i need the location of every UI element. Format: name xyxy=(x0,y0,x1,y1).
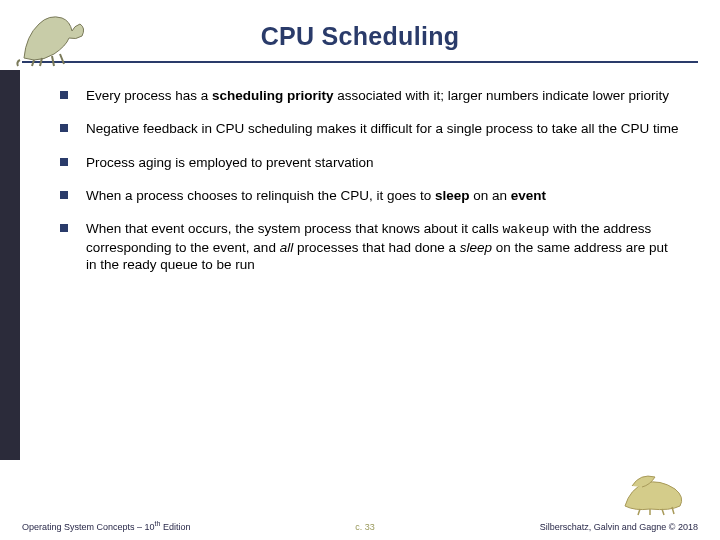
bullet-marker-icon xyxy=(60,158,68,166)
text-fragment: When a process chooses to relinquish the… xyxy=(86,188,435,203)
bullet-text: When that event occurs, the system proce… xyxy=(86,220,680,273)
text-fragment: associated with it; larger numbers indic… xyxy=(334,88,669,103)
slide-footer: Operating System Concepts – 10th Edition… xyxy=(0,520,720,532)
footer-center: c. 33 xyxy=(190,522,539,532)
bullet-text: When a process chooses to relinquish the… xyxy=(86,187,680,204)
bullet-marker-icon xyxy=(60,224,68,232)
italic-fragment: all xyxy=(280,240,294,255)
bullet-item: Every process has a scheduling priority … xyxy=(60,87,680,104)
footer-right: Silberschatz, Galvin and Gagne © 2018 xyxy=(540,522,698,532)
text-fragment: on an xyxy=(469,188,510,203)
bullet-item: When that event occurs, the system proce… xyxy=(60,220,680,273)
text-fragment: Operating System Concepts – 10 xyxy=(22,522,155,532)
dinosaur-icon xyxy=(620,471,690,516)
italic-fragment: sleep xyxy=(460,240,492,255)
bold-fragment: sleep xyxy=(435,188,470,203)
bold-fragment: event xyxy=(511,188,546,203)
text-fragment: Every process has a xyxy=(86,88,212,103)
slide-title: CPU Scheduling xyxy=(0,22,720,51)
text-fragment: processes that had done a xyxy=(293,240,460,255)
code-fragment: wakeup xyxy=(502,222,549,237)
bullet-marker-icon xyxy=(60,191,68,199)
bullet-item: When a process chooses to relinquish the… xyxy=(60,187,680,204)
text-fragment: Edition xyxy=(160,522,190,532)
slide-header: CPU Scheduling xyxy=(0,0,720,63)
header-divider xyxy=(22,61,698,63)
bullet-text: Process aging is employed to prevent sta… xyxy=(86,154,680,171)
left-accent-stripe xyxy=(0,70,20,460)
slide-body: Every process has a scheduling priority … xyxy=(0,63,720,273)
bullet-item: Process aging is employed to prevent sta… xyxy=(60,154,680,171)
bold-fragment: scheduling priority xyxy=(212,88,334,103)
bullet-marker-icon xyxy=(60,124,68,132)
bullet-item: Negative feedback in CPU scheduling make… xyxy=(60,120,680,137)
text-fragment: When that event occurs, the system proce… xyxy=(86,221,502,236)
bullet-text: Negative feedback in CPU scheduling make… xyxy=(86,120,680,137)
bullet-text: Every process has a scheduling priority … xyxy=(86,87,680,104)
bullet-marker-icon xyxy=(60,91,68,99)
footer-left: Operating System Concepts – 10th Edition xyxy=(22,520,190,532)
dinosaur-icon xyxy=(14,6,94,68)
